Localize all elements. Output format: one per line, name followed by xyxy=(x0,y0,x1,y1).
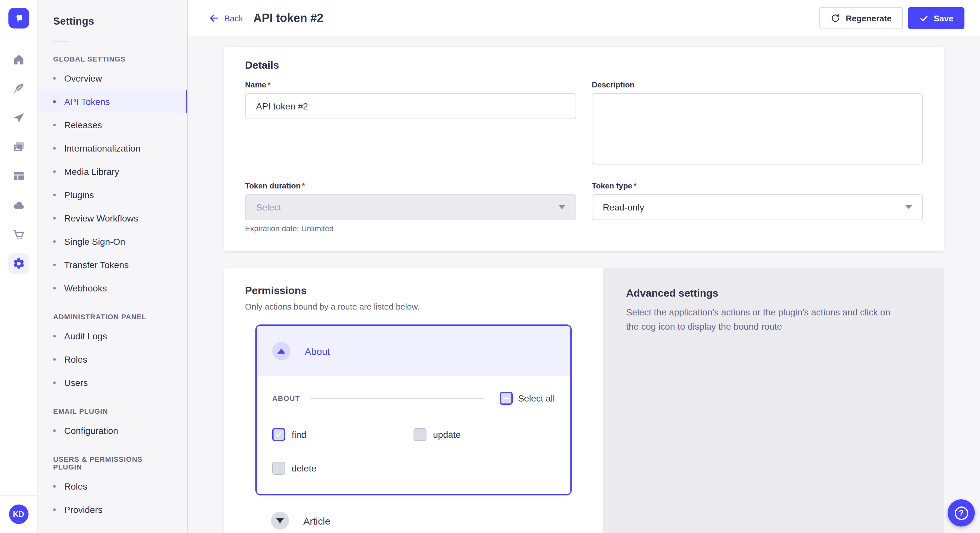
bullet-icon xyxy=(53,217,56,219)
sidebar-item-providers[interactable]: Providers xyxy=(38,498,187,521)
header-actions: Regenerate Save xyxy=(819,7,964,29)
advanced-settings-panel: Advanced settings Select the application… xyxy=(603,268,944,533)
strapi-logo[interactable] xyxy=(8,8,29,29)
help-button[interactable]: ? xyxy=(948,499,975,527)
chevron-down-icon xyxy=(559,205,565,209)
article-accordion-header[interactable]: Article xyxy=(255,495,572,533)
bullet-icon xyxy=(53,77,56,80)
page-header: Back API token #2 Regenerate Save xyxy=(188,0,980,36)
section-administration-panel: ADMINISTRATION PANEL xyxy=(38,313,187,320)
sidebar-item-internationalization[interactable]: Internationalization xyxy=(38,136,187,160)
sidebar-item-releases[interactable]: Releases xyxy=(38,113,187,136)
about-accordion-header[interactable]: About xyxy=(257,326,570,376)
sidebar-item-label: Review Workflows xyxy=(64,213,138,224)
avatar[interactable]: KD xyxy=(9,504,28,524)
name-label: Name* xyxy=(245,80,576,89)
cart-icon[interactable] xyxy=(8,224,29,245)
action-update[interactable]: update xyxy=(414,428,555,441)
sidebar-item-webhooks[interactable]: Webhooks xyxy=(38,276,187,300)
rail-footer: KD xyxy=(0,495,37,533)
sidebar-item-api-tokens[interactable]: API Tokens xyxy=(38,90,187,113)
sidebar-item-label: Single Sign-On xyxy=(64,236,125,247)
permissions-header: Permissions Only actions bound by a rout… xyxy=(224,285,603,311)
details-form: Name* Description Token duration* Select xyxy=(245,80,923,233)
select-all-checkbox[interactable] xyxy=(500,392,513,405)
token-type-select[interactable]: Read-only xyxy=(592,194,923,220)
token-duration-label: Token duration* xyxy=(245,181,576,190)
sidebar-item-label: Roles xyxy=(64,481,88,492)
sidebar-item-review-workflows[interactable]: Review Workflows xyxy=(38,206,187,230)
strapi-admin-app: KD Settings GLOBAL SETTINGS Overview API… xyxy=(0,0,980,533)
find-checkbox[interactable] xyxy=(272,428,285,441)
layout-icon[interactable] xyxy=(8,166,29,187)
sidebar-item-label: Users xyxy=(64,378,88,388)
save-button[interactable]: Save xyxy=(908,7,964,29)
update-checkbox[interactable] xyxy=(414,428,426,441)
permissions-section: Permissions Only actions bound by a rout… xyxy=(224,268,944,533)
sidebar-item-users[interactable]: Users xyxy=(38,371,187,394)
bullet-icon xyxy=(53,170,56,173)
sidebar-item-transfer-tokens[interactable]: Transfer Tokens xyxy=(38,253,187,276)
main-area: Back API token #2 Regenerate Save Detail… xyxy=(188,0,980,533)
sidebar-divider xyxy=(53,41,69,42)
check-icon xyxy=(275,431,283,438)
bullet-icon xyxy=(53,358,56,361)
refresh-icon xyxy=(830,13,841,23)
sidebar-item-label: Webhooks xyxy=(64,283,107,293)
bullet-icon xyxy=(53,429,56,432)
group-divider xyxy=(310,398,484,399)
sidebar-item-up-roles[interactable]: Roles xyxy=(38,475,187,498)
action-delete[interactable]: delete xyxy=(272,462,414,475)
description-input[interactable] xyxy=(592,93,923,165)
section-global-settings: GLOBAL SETTINGS xyxy=(38,55,187,63)
media-library-icon[interactable] xyxy=(8,136,29,157)
regenerate-button[interactable]: Regenerate xyxy=(819,7,903,29)
sidebar-item-plugins[interactable]: Plugins xyxy=(38,183,187,206)
sidebar-item-single-sign-on[interactable]: Single Sign-On xyxy=(38,230,187,253)
select-all-control[interactable]: Select all xyxy=(500,392,555,405)
cloud-icon[interactable] xyxy=(8,195,29,216)
action-label: update xyxy=(433,429,461,440)
home-icon[interactable] xyxy=(8,49,29,70)
select-all-label: Select all xyxy=(518,393,555,403)
sidebar-item-admin-roles[interactable]: Roles xyxy=(38,348,187,371)
bullet-icon xyxy=(53,381,56,384)
sidebar-item-audit-logs[interactable]: Audit Logs xyxy=(38,324,187,348)
sidebar-item-media-library[interactable]: Media Library xyxy=(38,160,187,183)
send-icon[interactable] xyxy=(8,108,29,128)
sidebar-item-label: Internationalization xyxy=(64,143,140,154)
feather-icon[interactable] xyxy=(8,78,29,99)
sidebar-item-label: Providers xyxy=(64,504,102,515)
expand-toggle-button[interactable] xyxy=(271,512,289,530)
regenerate-label: Regenerate xyxy=(846,13,892,23)
bullet-icon xyxy=(53,263,56,266)
back-link[interactable]: Back xyxy=(209,13,243,23)
save-label: Save xyxy=(934,13,953,23)
delete-checkbox[interactable] xyxy=(272,462,285,475)
name-input[interactable] xyxy=(245,93,576,119)
name-field: Name* xyxy=(245,80,576,119)
permissions-title: Permissions xyxy=(245,285,582,297)
about-group-row: ABOUT Select all xyxy=(272,392,555,405)
arrow-left-icon xyxy=(209,13,219,23)
article-accordion-title: Article xyxy=(303,515,330,526)
description-field: Description xyxy=(592,80,923,167)
sidebar-item-overview[interactable]: Overview xyxy=(38,67,187,90)
actions-grid: find update delete xyxy=(272,428,555,475)
about-accordion-title: About xyxy=(305,346,330,357)
sidebar-item-configuration[interactable]: Configuration xyxy=(38,419,187,443)
chevron-up-icon xyxy=(277,348,285,354)
settings-sidebar: Settings GLOBAL SETTINGS Overview API To… xyxy=(38,0,188,533)
token-duration-select[interactable]: Select xyxy=(245,194,576,220)
collapse-toggle-button[interactable] xyxy=(272,342,290,360)
settings-gear-icon[interactable] xyxy=(8,253,29,274)
sidebar-item-label: Transfer Tokens xyxy=(64,260,129,270)
sidebar-item-label: Media Library xyxy=(64,167,119,177)
bullet-icon xyxy=(53,194,56,196)
permissions-panel: Permissions Only actions bound by a rout… xyxy=(224,268,603,533)
token-type-label: Token type* xyxy=(592,181,923,190)
action-find[interactable]: find xyxy=(272,428,414,441)
details-card: Details Name* Description Token duration… xyxy=(224,47,944,251)
check-icon xyxy=(919,13,929,23)
bullet-icon xyxy=(53,335,56,338)
